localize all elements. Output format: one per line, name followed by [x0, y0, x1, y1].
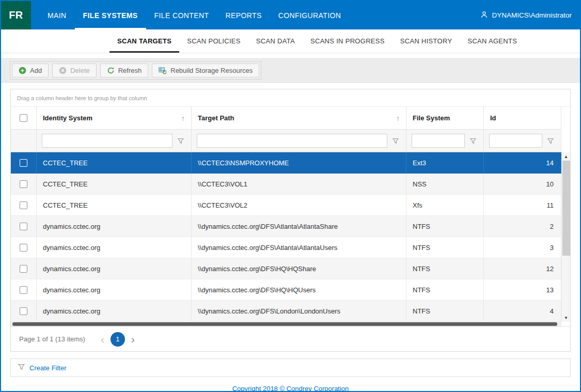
filter-input-target-path[interactable]	[197, 134, 387, 148]
cell-target-path: \\dynamics.cctec.org\DFS\London\LondonUs…	[192, 301, 406, 321]
row-checkbox[interactable]	[20, 244, 27, 252]
create-filter-link[interactable]: Create Filter	[29, 364, 67, 372]
add-button[interactable]: Add	[12, 64, 49, 77]
top-nav-item-configuration[interactable]: CONFIGURATION	[270, 1, 350, 29]
delete-button[interactable]: Delete	[52, 64, 97, 77]
cell-target-path: \\dynamics.cctec.org\DFS\Atlanta\Atlanta…	[192, 216, 406, 237]
horizontal-scrollbar-thumb[interactable]	[12, 322, 557, 326]
cell-identity-system: dynamics.cctec.org	[37, 301, 192, 321]
top-nav-item-main[interactable]: MAIN	[39, 1, 75, 29]
table-row[interactable]: CCTEC_TREE\\CCTEC3\VOL2Xfs11	[11, 195, 561, 216]
refresh-button[interactable]: Refresh	[100, 64, 149, 77]
user-icon	[480, 11, 488, 20]
filter-funnel-icon[interactable]	[468, 138, 478, 144]
sub-nav-item-scan-agents[interactable]: SCAN AGENTS	[460, 29, 525, 53]
row-checkbox[interactable]	[20, 223, 27, 230]
column-label-file-system: File System	[413, 114, 450, 122]
cell-file-system: NTFS	[406, 279, 484, 300]
cell-target-path: \\CCTEC3\NSMPROXYHOME	[192, 152, 406, 173]
refresh-icon	[107, 67, 115, 74]
horizontal-scrollbar[interactable]	[11, 322, 561, 326]
filter-input-id[interactable]	[489, 134, 542, 148]
cell-target-path: \\CCTEC3\VOL1	[192, 174, 406, 194]
table-row[interactable]: dynamics.cctec.org\\dynamics.cctec.org\D…	[11, 216, 561, 237]
column-header-target-path[interactable]: Target Path ↑	[192, 107, 406, 129]
filter-input-identity-system[interactable]	[42, 134, 172, 148]
row-checkbox-cell	[11, 152, 37, 173]
cell-target-path: \\CCTEC3\VOL2	[192, 195, 406, 215]
top-bar: FR MAINFILE SYSTEMSFILE CONTENTREPORTSCO…	[1, 1, 580, 29]
sub-nav-item-scan-targets[interactable]: SCAN TARGETS	[109, 29, 179, 53]
cell-id: 12	[484, 258, 561, 279]
cell-file-system: NTFS	[406, 301, 484, 321]
table-row[interactable]: dynamics.cctec.org\\dynamics.cctec.org\D…	[11, 237, 561, 258]
cell-identity-system: dynamics.cctec.org	[37, 216, 192, 237]
filter-cell-identity-system	[37, 130, 192, 152]
row-checkbox[interactable]	[20, 307, 27, 315]
grid-rows: CCTEC_TREE\\CCTEC3\NSMPROXYHOMEExt314CCT…	[11, 152, 561, 322]
vertical-scrollbar-track[interactable]	[562, 161, 571, 313]
scan-targets-grid: Drag a column header here to group by th…	[10, 89, 571, 352]
filter-input-file-system[interactable]	[412, 134, 465, 148]
sub-nav-item-scan-data[interactable]: SCAN DATA	[248, 29, 303, 53]
row-checkbox[interactable]	[20, 180, 27, 188]
cell-id: 13	[484, 279, 561, 300]
column-header-identity-system[interactable]: Identity System ↑	[37, 107, 192, 129]
cell-file-system: NSS	[406, 174, 484, 194]
top-nav-item-file-systems[interactable]: FILE SYSTEMS	[75, 1, 146, 29]
sort-ascending-icon: ↑	[396, 114, 400, 122]
row-checkbox-cell	[11, 216, 37, 237]
header-select-all-cell	[11, 107, 37, 129]
table-row[interactable]: CCTEC_TREE\\CCTEC3\VOL1NSS10	[11, 174, 561, 195]
top-nav-item-reports[interactable]: REPORTS	[217, 1, 270, 29]
toolbar: Add Delete Refresh	[1, 58, 580, 83]
column-label-target-path: Target Path	[198, 114, 234, 122]
row-checkbox[interactable]	[20, 286, 27, 294]
filter-funnel-icon[interactable]	[390, 138, 401, 144]
grid-header-row: Identity System ↑ Target Path ↑ File Sys…	[11, 107, 561, 130]
table-row[interactable]: dynamics.cctec.org\\dynamics.cctec.org\D…	[11, 279, 561, 301]
table-row[interactable]: dynamics.cctec.org\\dynamics.cctec.org\D…	[11, 301, 561, 322]
pager-page-1[interactable]: 1	[111, 332, 125, 347]
table-row[interactable]: CCTEC_TREE\\CCTEC3\NSMPROXYHOMEExt314	[11, 152, 561, 174]
footer-copyright: Copyright 2018 © Condrey Corporation	[10, 377, 571, 391]
filter-funnel-icon[interactable]	[545, 138, 556, 144]
grid-filter-row	[11, 130, 561, 152]
table-row[interactable]: dynamics.cctec.org\\dynamics.cctec.org\D…	[11, 258, 561, 279]
cell-identity-system: dynamics.cctec.org	[37, 258, 192, 279]
filter-cell-target-path	[192, 130, 406, 152]
column-label-identity-system: Identity System	[43, 114, 92, 122]
top-nav-item-file-content[interactable]: FILE CONTENT	[146, 1, 217, 29]
scroll-down-icon[interactable]: ▼	[562, 313, 571, 322]
scroll-up-icon[interactable]: ▲	[562, 152, 571, 161]
column-header-file-system[interactable]: File System	[406, 107, 484, 129]
vertical-scrollbar[interactable]: ▲ ▼	[561, 152, 570, 322]
row-checkbox[interactable]	[20, 201, 27, 209]
vertical-scrollbar-thumb[interactable]	[562, 161, 570, 256]
sub-nav: SCAN TARGETSSCAN POLICIESSCAN DATASCANS …	[1, 29, 580, 53]
column-label-id: Id	[490, 114, 496, 122]
rebuild-storage-resources-button[interactable]: Rebuild Storage Resources	[152, 64, 259, 77]
sub-nav-item-scan-history[interactable]: SCAN HISTORY	[392, 29, 460, 53]
cell-file-system: Xfs	[406, 195, 484, 215]
user-menu[interactable]: DYNAMICS\Administrator	[480, 1, 580, 29]
sub-nav-item-scan-policies[interactable]: SCAN POLICIES	[179, 29, 248, 53]
pager-summary: Page 1 of 1 (13 items)	[19, 335, 85, 343]
pager-next-button[interactable]: ›	[127, 334, 139, 344]
cell-identity-system: CCTEC_TREE	[37, 195, 192, 215]
row-checkbox[interactable]	[20, 159, 27, 167]
pager-prev-button[interactable]: ‹	[97, 334, 108, 344]
column-header-id[interactable]: Id	[484, 107, 561, 129]
row-checkbox[interactable]	[20, 265, 27, 273]
filter-funnel-icon[interactable]	[176, 138, 186, 144]
sub-nav-item-scans-in-progress[interactable]: SCANS IN PROGRESS	[303, 29, 392, 53]
filter-cell-id	[484, 130, 561, 152]
group-by-panel[interactable]: Drag a column header here to group by th…	[11, 89, 570, 107]
pager: Page 1 of 1 (13 items) ‹ 1 ›	[11, 326, 570, 351]
rebuild-button-label: Rebuild Storage Resources	[170, 67, 253, 74]
cell-id: 4	[484, 301, 561, 321]
toolbar-button-group: Add Delete Refresh	[10, 61, 261, 80]
cell-identity-system: dynamics.cctec.org	[37, 237, 192, 258]
select-all-checkbox[interactable]	[20, 114, 27, 122]
cell-target-path: \\dynamics.cctec.org\DFS\HQ\HQUsers	[192, 279, 406, 300]
